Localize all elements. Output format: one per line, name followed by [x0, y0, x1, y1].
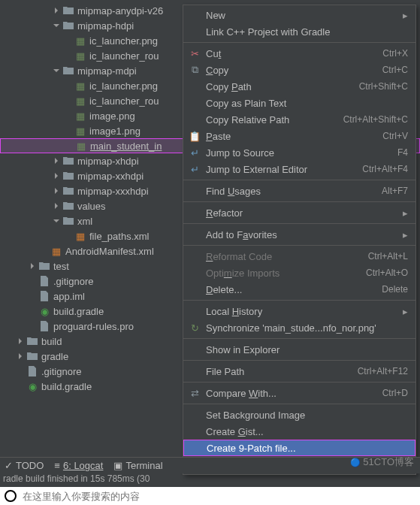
expand-arrow[interactable]	[53, 202, 60, 210]
menu-item[interactable]: Copy PathCtrl+Shift+C	[183, 78, 415, 95]
menu-label: Synchronize 'main_stude...nfo_nor.png'	[206, 322, 408, 334]
expand-arrow[interactable]	[53, 67, 60, 74]
menu-item[interactable]: Find UsagesAlt+F7	[183, 183, 415, 199]
tab-todo[interactable]: ✓ TODO	[5, 460, 44, 471]
expand-arrow[interactable]	[29, 262, 36, 270]
menu-label: Local History	[206, 306, 398, 317]
expand-arrow[interactable]	[65, 112, 72, 119]
menu-item[interactable]: Show in Explorer	[183, 341, 415, 358]
menu-item[interactable]: Add to Favorites▸	[183, 226, 415, 243]
menu-shortcut: Delete	[382, 284, 408, 295]
menu-label: Create 9-Patch file...	[207, 443, 407, 454]
menu-item[interactable]: ⧉CopyCtrl+C	[183, 62, 415, 78]
menu-item[interactable]: Local History▸	[183, 303, 415, 319]
expand-arrow[interactable]	[65, 142, 73, 150]
folder-icon	[62, 5, 74, 17]
tree-label: test	[53, 261, 69, 272]
tab-logcat[interactable]: ≡ 6: Logcat	[54, 460, 103, 471]
expand-arrow[interactable]	[53, 172, 60, 180]
cortana-icon[interactable]	[5, 490, 17, 502]
tree-label: main_student_in	[90, 141, 162, 152]
tree-label: file_paths.xml	[89, 231, 149, 242]
menu-label: Create Gist...	[206, 426, 408, 437]
expand-arrow[interactable]	[65, 37, 72, 44]
expand-arrow[interactable]	[65, 82, 72, 89]
submenu-arrow-icon: ▸	[403, 229, 408, 240]
watermark: 🔵 51CTO博客	[350, 455, 414, 469]
menu-item[interactable]: Create 9-Patch file...	[183, 440, 415, 456]
expand-arrow[interactable]	[17, 352, 24, 360]
menu-shortcut: Ctrl+Alt+O	[366, 268, 408, 278]
menu-item[interactable]: Set Background Image	[183, 407, 415, 423]
menu-item[interactable]: Refactor▸	[183, 204, 415, 221]
expand-arrow[interactable]	[65, 127, 72, 135]
tree-label: image1.png	[89, 125, 141, 137]
blank-icon	[188, 80, 201, 93]
expand-arrow[interactable]	[29, 277, 36, 285]
xml-icon: ▦	[74, 230, 86, 242]
tree-label: ic_launcher.png	[89, 35, 158, 47]
folder-icon	[62, 170, 74, 182]
expand-arrow[interactable]	[29, 292, 36, 300]
image-icon: ▦	[74, 110, 86, 122]
expand-arrow[interactable]	[17, 337, 24, 345]
expand-arrow[interactable]	[41, 247, 48, 255]
folder-icon	[62, 155, 74, 167]
submenu-arrow-icon: ▸	[403, 306, 408, 317]
menu-shortcut: Ctrl+X	[382, 48, 408, 59]
folder-icon	[62, 185, 74, 197]
menu-separator	[183, 223, 415, 224]
folder-icon	[26, 335, 38, 347]
image-icon: ▦	[75, 140, 87, 152]
expand-arrow[interactable]	[53, 217, 60, 225]
menu-item[interactable]: Copy Relative PathCtrl+Alt+Shift+C	[183, 111, 415, 128]
menu-label: File Path	[206, 366, 358, 377]
menu-shortcut: Alt+F7	[382, 186, 408, 196]
xml-icon: ▦	[50, 245, 62, 257]
image-icon: ▦	[74, 95, 86, 107]
menu-item[interactable]: New▸	[183, 7, 415, 23]
blank-icon	[188, 206, 201, 219]
tree-label: build.gradle	[41, 381, 92, 392]
menu-item[interactable]: ✂CutCtrl+X	[183, 45, 415, 62]
menu-label: Delete...	[206, 284, 382, 295]
context-menu[interactable]: New▸Link C++ Project with Gradle✂CutCtrl…	[183, 5, 416, 475]
expand-arrow[interactable]	[65, 52, 72, 59]
menu-label: New	[206, 10, 398, 21]
tab-terminal[interactable]: ▣ Terminal	[113, 460, 162, 471]
expand-arrow[interactable]	[53, 22, 60, 29]
menu-item[interactable]: File PathCtrl+Alt+F12	[183, 363, 415, 380]
submenu-arrow-icon: ▸	[403, 10, 408, 21]
blank-icon	[188, 96, 201, 110]
tree-label: mipmap-anydpi-v26	[77, 5, 163, 17]
menu-item[interactable]: Copy as Plain Text	[183, 95, 415, 111]
expand-arrow[interactable]	[53, 7, 60, 14]
menu-item[interactable]: ↵Jump to SourceF4	[183, 144, 415, 161]
menu-item[interactable]: ↵Jump to External EditorCtrl+Alt+F4	[183, 161, 415, 177]
file-icon	[38, 275, 50, 287]
expand-arrow[interactable]	[65, 232, 72, 240]
menu-item[interactable]: Delete...Delete	[183, 281, 415, 298]
tree-label: mipmap-xxxhdpi	[77, 186, 149, 197]
search-input[interactable]	[23, 491, 415, 502]
expand-arrow[interactable]	[17, 367, 24, 375]
menu-item[interactable]: ↻Synchronize 'main_stude...nfo_nor.png'	[183, 319, 415, 336]
tree-label: gradle	[41, 351, 68, 362]
expand-arrow[interactable]	[29, 307, 36, 315]
expand-arrow[interactable]	[17, 383, 24, 390]
menu-item[interactable]: Link C++ Project with Gradle	[183, 23, 415, 40]
windows-taskbar[interactable]	[0, 487, 420, 505]
expand-arrow[interactable]	[29, 322, 36, 330]
tree-label: build	[41, 336, 62, 347]
menu-item[interactable]: Create Gist...	[183, 423, 415, 440]
menu-separator	[183, 338, 415, 339]
image-icon: ▦	[74, 125, 86, 137]
expand-arrow[interactable]	[53, 187, 60, 195]
submenu-arrow-icon: ▸	[403, 207, 408, 219]
expand-arrow[interactable]	[65, 97, 72, 104]
menu-item[interactable]: 📋PasteCtrl+V	[183, 128, 415, 144]
menu-item[interactable]: ⇄Compare With...Ctrl+D	[183, 385, 415, 401]
menu-label: Copy	[206, 65, 382, 76]
folder-icon	[26, 350, 38, 362]
expand-arrow[interactable]	[53, 157, 60, 165]
